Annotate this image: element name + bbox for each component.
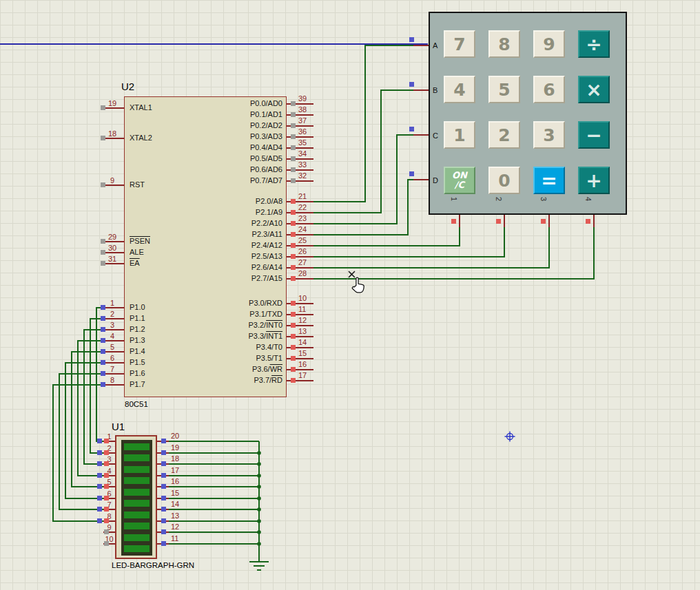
chip-pin[interactable]: 17 P3.7/RD bbox=[287, 372, 313, 383]
bargraph-ground-bus[interactable] bbox=[169, 441, 259, 562]
bargraph-pin[interactable]: 15 bbox=[157, 490, 169, 502]
bargraph-pin[interactable]: 8 bbox=[103, 513, 115, 525]
pin-name: P2.3/A11 bbox=[252, 230, 282, 238]
bargraph-pin[interactable]: 2 bbox=[103, 445, 115, 456]
pin-number: 23 bbox=[298, 214, 307, 222]
chip-pin[interactable]: 1 P1.0 bbox=[101, 299, 124, 310]
pin-name: P1.0 bbox=[130, 303, 145, 311]
pin-name: P3.0/RXD bbox=[249, 299, 282, 307]
bargraph-pin[interactable]: 5 bbox=[103, 478, 115, 490]
chip-pin[interactable]: 6 P1.5 bbox=[101, 355, 124, 366]
bargraph-pin[interactable]: 18 bbox=[157, 456, 169, 467]
keypad-button[interactable]: 8 bbox=[488, 30, 520, 58]
p1-to-bargraph-wires[interactable] bbox=[53, 308, 103, 521]
pin-state-square bbox=[97, 450, 102, 455]
bargraph-pin[interactable]: 13 bbox=[157, 513, 169, 525]
chip-pin[interactable]: 8 P1.7 bbox=[101, 377, 124, 388]
pin-number: 12 bbox=[298, 316, 307, 324]
u1-right-pins: 20 19 18 17 16 15 14 13 bbox=[157, 433, 169, 547]
chip-pin[interactable]: 7 P1.6 bbox=[101, 366, 124, 377]
keypad-row-label: B bbox=[433, 68, 438, 114]
pin-name: P0.5/AD5 bbox=[250, 154, 282, 162]
chip-pin[interactable]: 29 PSEN bbox=[101, 233, 124, 244]
pin-name: XTAL2 bbox=[130, 134, 152, 142]
pin-state-square bbox=[291, 221, 296, 226]
ground-symbol[interactable] bbox=[249, 562, 269, 570]
chip-pin[interactable]: 5 P1.4 bbox=[101, 344, 124, 355]
chip-pin[interactable]: 3 P1.2 bbox=[101, 322, 124, 333]
led-segment bbox=[124, 466, 150, 473]
keypad-button[interactable]: 0 bbox=[488, 167, 520, 194]
pin-number: 19 bbox=[171, 443, 179, 452]
bargraph-pin[interactable]: 14 bbox=[157, 501, 169, 513]
keypad-button[interactable]: 6 bbox=[533, 76, 565, 103]
chip-pin[interactable]: 4 P1.3 bbox=[101, 333, 124, 344]
keypad-button[interactable]: 9 bbox=[533, 30, 565, 58]
pin-name: P3.1/TXD bbox=[249, 310, 282, 318]
keypad-button[interactable]: 7 bbox=[444, 30, 475, 58]
keypad-button[interactable]: 3 bbox=[533, 121, 565, 149]
pin-state-square bbox=[97, 496, 102, 501]
bargraph-pin[interactable]: 17 bbox=[157, 467, 169, 479]
chip-pin[interactable]: 2 P1.1 bbox=[101, 310, 124, 322]
u2-port3-pins: 10 P3.0/RXD 11 P3.1/TXD 12 P3.2/INT0 13 … bbox=[287, 295, 313, 383]
keypad-button-label: = bbox=[541, 169, 557, 192]
keypad-button[interactable]: 4 bbox=[444, 76, 475, 103]
bargraph-pin[interactable]: 3 bbox=[103, 456, 115, 467]
pin-number: 11 bbox=[298, 305, 306, 313]
u1-bargraph-body[interactable] bbox=[115, 435, 157, 559]
pin-state-square bbox=[161, 461, 166, 466]
pin-state-square bbox=[161, 507, 166, 512]
pin-name: P3.3/INT1 bbox=[248, 332, 282, 340]
pin-state-square bbox=[541, 219, 546, 224]
chip-pin[interactable]: 9 RST bbox=[101, 177, 124, 188]
bargraph-pin[interactable]: 9 bbox=[103, 524, 115, 536]
keypad-button[interactable]: + bbox=[578, 167, 610, 194]
chip-pin[interactable]: 30 ALE bbox=[101, 244, 124, 255]
keypad-button[interactable]: 1 bbox=[444, 121, 475, 149]
origin-marker-icon bbox=[505, 432, 515, 442]
pin-state-square bbox=[104, 461, 109, 466]
keypad-button-label: 5 bbox=[498, 80, 510, 100]
keypad-button[interactable]: 2 bbox=[488, 121, 520, 149]
bargraph-pin[interactable]: 16 bbox=[157, 478, 169, 490]
keypad-row-wires[interactable] bbox=[313, 45, 413, 235]
keypad-button[interactable]: 5 bbox=[488, 76, 520, 103]
keypad-button-label: ON bbox=[452, 171, 467, 180]
keypad-col-label: 4 bbox=[578, 195, 623, 203]
chip-pin[interactable]: 19 XTAL1 bbox=[101, 100, 124, 130]
pin-number: 39 bbox=[298, 94, 307, 103]
chip-pin[interactable]: 18 XTAL2 bbox=[101, 130, 124, 160]
pin-state-square bbox=[101, 182, 105, 187]
bargraph-pin[interactable]: 1 bbox=[103, 433, 115, 445]
pin-number: 22 bbox=[298, 203, 307, 211]
pin-state-square bbox=[161, 529, 166, 534]
keypad-button[interactable]: ÷ bbox=[578, 30, 610, 58]
chip-pin[interactable]: 31 EA bbox=[101, 255, 124, 266]
chip-pin[interactable]: 28 P2.7/A15 bbox=[287, 271, 313, 282]
bargraph-pin[interactable]: 10 bbox=[103, 536, 115, 547]
u1-ref-label: U1 bbox=[112, 421, 125, 432]
pin-state-square bbox=[291, 112, 296, 117]
pin-number: 21 bbox=[298, 192, 307, 200]
pin-state-square bbox=[586, 219, 590, 224]
keypad-button[interactable]: − bbox=[578, 121, 610, 149]
calculator-keypad[interactable]: 7 8 9 ÷ 4 5 6 × bbox=[429, 12, 627, 215]
led-segment bbox=[124, 443, 150, 450]
bargraph-pin[interactable]: 7 bbox=[103, 501, 115, 513]
chip-pin[interactable]: 32 P0.7/AD7 bbox=[287, 173, 313, 184]
bargraph-pin[interactable]: 6 bbox=[103, 490, 115, 502]
keypad-button-label: 7 bbox=[453, 34, 465, 54]
pin-number: 37 bbox=[298, 116, 307, 125]
bargraph-pin[interactable]: 20 bbox=[157, 433, 169, 445]
bargraph-pin[interactable]: 19 bbox=[157, 445, 169, 456]
pin-state-square bbox=[409, 127, 414, 131]
pin-state-square bbox=[291, 265, 296, 270]
keypad-button[interactable]: × bbox=[578, 76, 610, 103]
keypad-button[interactable]: ON /C bbox=[444, 167, 475, 194]
bargraph-pin[interactable]: 4 bbox=[103, 467, 115, 479]
bargraph-pin[interactable]: 12 bbox=[157, 524, 169, 536]
keypad-button[interactable]: = bbox=[533, 167, 565, 194]
bargraph-pin[interactable]: 11 bbox=[157, 536, 169, 547]
pin-state-square bbox=[161, 450, 166, 455]
